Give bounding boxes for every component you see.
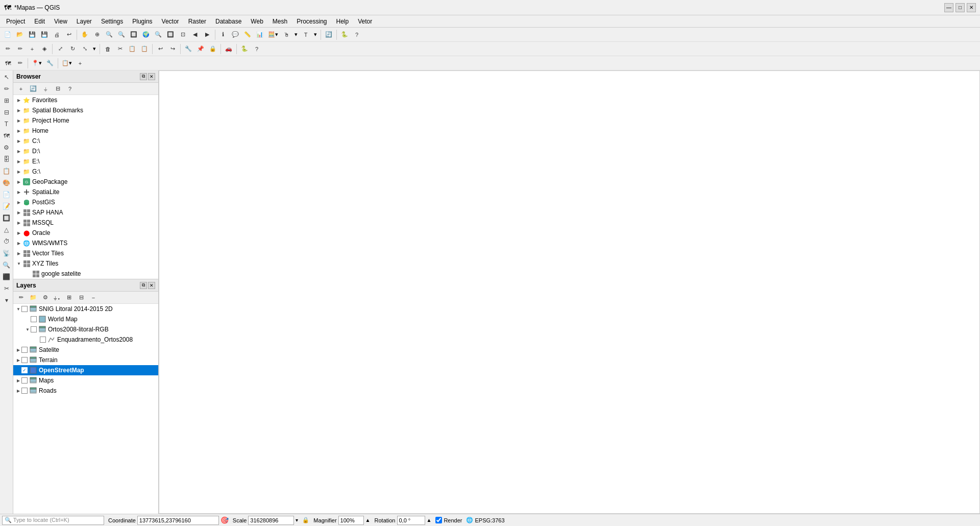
select-feature-tool[interactable]: ↖ bbox=[1, 71, 12, 83]
python2-btn[interactable]: 🐍 bbox=[239, 43, 250, 55]
current-edits-btn[interactable]: ✏ bbox=[2, 43, 13, 55]
python-console-btn[interactable]: 🐍 bbox=[339, 29, 350, 40]
browser-item-8[interactable]: ▶GGeoPackage bbox=[13, 177, 158, 187]
temporal-tool[interactable]: ⏱ bbox=[1, 236, 12, 247]
layer-checkbox-6[interactable]: ✓ bbox=[21, 367, 28, 373]
menu-item-help[interactable]: Help bbox=[332, 17, 353, 26]
lock-btn[interactable]: 🔒 bbox=[207, 43, 218, 55]
style-tool[interactable]: 🎨 bbox=[1, 177, 12, 188]
zoom-native-btn[interactable]: ⊡ bbox=[177, 29, 188, 40]
layer-checkbox-7[interactable] bbox=[21, 377, 28, 384]
print-btn[interactable]: 🖨 bbox=[51, 29, 62, 40]
layer-item-7[interactable]: ▶ Maps bbox=[13, 375, 158, 386]
maximize-button[interactable]: □ bbox=[955, 3, 965, 12]
trace-btn[interactable]: 📌 bbox=[195, 43, 206, 55]
layer-tool[interactable]: ⊞ bbox=[1, 95, 12, 106]
select-btn[interactable]: 🖱 bbox=[281, 29, 292, 40]
help2-btn[interactable]: ? bbox=[251, 43, 262, 55]
menu-item-mesh[interactable]: Mesh bbox=[268, 17, 291, 26]
browser-item-1[interactable]: ▶📁Spatial Bookmarks bbox=[13, 105, 158, 115]
map-area[interactable] bbox=[159, 70, 980, 514]
zoom-next-btn[interactable]: ▶ bbox=[202, 29, 213, 40]
menu-item-project[interactable]: Project bbox=[2, 17, 29, 26]
zoom-full-btn[interactable]: 🌍 bbox=[140, 29, 152, 40]
layer-item-5[interactable]: ▶ Terrain bbox=[13, 355, 158, 365]
browser-item-3[interactable]: ▶📁Home bbox=[13, 126, 158, 136]
plugin1-btn[interactable]: 🗺 bbox=[2, 58, 13, 69]
zoom-rubber-btn[interactable]: 🔲 bbox=[128, 29, 139, 40]
layers-add-group-btn[interactable]: 📁 bbox=[28, 292, 39, 303]
save-project-btn[interactable]: 💾 bbox=[27, 29, 38, 40]
render-checkbox[interactable] bbox=[435, 517, 442, 523]
locator-bar[interactable]: 🔍 Type to locate (Ctrl+K) bbox=[2, 516, 104, 525]
vertex-tool-btn[interactable]: ◈ bbox=[39, 43, 50, 55]
layers-collapse-btn[interactable]: ⊟ bbox=[76, 292, 87, 303]
paste-features-btn[interactable]: 📋 bbox=[139, 43, 150, 55]
text-annotation-btn[interactable]: T bbox=[300, 29, 311, 40]
pan-map-to-selection-btn[interactable]: ⊕ bbox=[91, 29, 103, 40]
browser-item-13[interactable]: ▶⬤Oracle bbox=[13, 228, 158, 238]
browser-item-17[interactable]: google satelite bbox=[13, 269, 158, 279]
scale-dropdown[interactable]: ▾ bbox=[296, 517, 298, 523]
browser-item-6[interactable]: ▶📁E:\ bbox=[13, 156, 158, 166]
browser-item-14[interactable]: ▶🌐WMS/WMTS bbox=[13, 238, 158, 248]
db-tool[interactable]: 🗄 bbox=[1, 154, 12, 165]
scale-input[interactable] bbox=[248, 516, 294, 525]
menu-item-plugins[interactable]: Plugins bbox=[128, 17, 156, 26]
browser-item-5[interactable]: ▶📁D:\ bbox=[13, 146, 158, 156]
labeling-tool[interactable]: T bbox=[1, 118, 12, 130]
browser-refresh-btn[interactable]: 🔄 bbox=[28, 83, 39, 94]
layer-item-2[interactable]: ▼ Ortos2008-litoral-RGB bbox=[13, 324, 158, 334]
3d-tool[interactable]: 🔲 bbox=[1, 212, 12, 224]
browser-item-4[interactable]: ▶📁C:\ bbox=[13, 136, 158, 146]
new-layer-btn[interactable]: + bbox=[75, 58, 86, 69]
layout-tool[interactable]: 📄 bbox=[1, 189, 12, 200]
layer-checkbox-4[interactable] bbox=[21, 347, 28, 353]
forms-tool[interactable]: 📝 bbox=[1, 201, 12, 212]
menu-item-edit[interactable]: Edit bbox=[30, 17, 49, 26]
browser-collapse-btn[interactable]: ⊟ bbox=[52, 83, 63, 94]
menu-item-layer[interactable]: Layer bbox=[72, 17, 96, 26]
browser-add-btn[interactable]: + bbox=[15, 83, 27, 94]
digitize-tool[interactable]: ✏ bbox=[1, 83, 12, 94]
layer-item-1[interactable]: World Map bbox=[13, 314, 158, 324]
help-btn[interactable]: ? bbox=[351, 29, 362, 40]
metadata-tool[interactable]: 📋 bbox=[1, 165, 12, 177]
layers-filter-btn[interactable]: ⏚▾ bbox=[52, 292, 62, 303]
browser-item-16[interactable]: ▼XYZ Tiles bbox=[13, 258, 158, 269]
coordinate-input[interactable] bbox=[137, 516, 219, 525]
map-theme-tool[interactable]: 🗺 bbox=[1, 130, 12, 141]
browser-help-btn[interactable]: ? bbox=[64, 83, 76, 94]
layers-panel-close-btn[interactable]: ✕ bbox=[148, 282, 155, 289]
layer-item-8[interactable]: ▶ Roads bbox=[13, 386, 158, 396]
layer-item-6[interactable]: ✓ OpenStreetMap bbox=[13, 365, 158, 375]
sensor-tool[interactable]: 📡 bbox=[1, 248, 12, 259]
zoom-last-btn[interactable]: ◀ bbox=[189, 29, 201, 40]
layer-item-4[interactable]: ▶ Satelite bbox=[13, 345, 158, 355]
layer-checkbox-5[interactable] bbox=[21, 357, 28, 363]
cut-features-btn[interactable]: ✂ bbox=[114, 43, 126, 55]
plugin2-btn[interactable]: ✏ bbox=[14, 58, 26, 69]
save-as-btn[interactable]: 💾 bbox=[39, 29, 50, 40]
plugin3-btn[interactable]: 🔧 bbox=[44, 58, 56, 69]
show-tips-btn[interactable]: 💬 bbox=[230, 29, 241, 40]
pan-map-btn[interactable]: ✋ bbox=[79, 29, 90, 40]
magnifier-stepper-up[interactable]: ▲ bbox=[365, 517, 371, 523]
layers-remove-btn[interactable]: − bbox=[88, 292, 99, 303]
more-tool[interactable]: ▾ bbox=[1, 295, 12, 306]
snapping-btn[interactable]: 🔧 bbox=[183, 43, 194, 55]
digitize-btn[interactable]: ✏ bbox=[14, 43, 26, 55]
annotation-dropdown[interactable]: ▾ bbox=[312, 29, 318, 40]
browser-item-15[interactable]: ▶Vector Tiles bbox=[13, 248, 158, 258]
layers-open-attr-btn[interactable]: ✏ bbox=[15, 292, 27, 303]
layer-checkbox-0[interactable] bbox=[21, 306, 28, 312]
processing-tool[interactable]: ⚙ bbox=[1, 142, 12, 153]
layers-manage-btn[interactable]: ⚙ bbox=[40, 292, 51, 303]
layer-dropdown[interactable]: 📋▾ bbox=[60, 58, 74, 69]
menu-item-view[interactable]: View bbox=[50, 17, 71, 26]
statistics-btn[interactable]: 📊 bbox=[254, 29, 265, 40]
layers-panel-float-btn[interactable]: ⧉ bbox=[140, 282, 147, 289]
gps-btn[interactable]: 🚗 bbox=[223, 43, 234, 55]
refresh-btn[interactable]: 🔄 bbox=[323, 29, 334, 40]
browser-item-12[interactable]: ▶MSSQL bbox=[13, 218, 158, 228]
